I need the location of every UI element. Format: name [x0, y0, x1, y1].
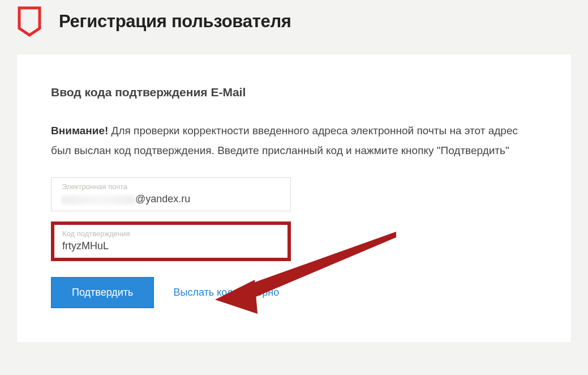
- section-heading: Ввод кода подтверждения E-Mail: [51, 86, 537, 99]
- content-card: Ввод кода подтверждения E-Mail Внимание!…: [17, 54, 571, 342]
- code-input[interactable]: [62, 240, 280, 252]
- attention-label: Внимание!: [51, 125, 108, 137]
- instruction-body: Для проверки корректности введенного адр…: [51, 125, 518, 156]
- resend-link[interactable]: Выслать код повторно: [173, 287, 279, 299]
- instruction-text: Внимание! Для проверки корректности введ…: [51, 121, 537, 160]
- code-field-wrap[interactable]: Код подтверждения: [51, 221, 291, 261]
- action-row: Подтвердить Выслать код повторно: [51, 277, 537, 308]
- confirm-button[interactable]: Подтвердить: [51, 277, 154, 308]
- email-field-label: Электронная почта: [62, 182, 280, 191]
- email-field-value: @yandex.ru: [62, 193, 280, 205]
- page-title: Регистрация пользователя: [59, 11, 291, 32]
- email-domain-part: @yandex.ru: [135, 193, 190, 205]
- code-field-label: Код подтверждения: [62, 229, 280, 238]
- logo-icon: [17, 6, 42, 37]
- email-blurred-part: [62, 195, 135, 204]
- page-header: Регистрация пользователя: [0, 0, 588, 43]
- email-field-wrap: Электронная почта @yandex.ru: [51, 177, 291, 211]
